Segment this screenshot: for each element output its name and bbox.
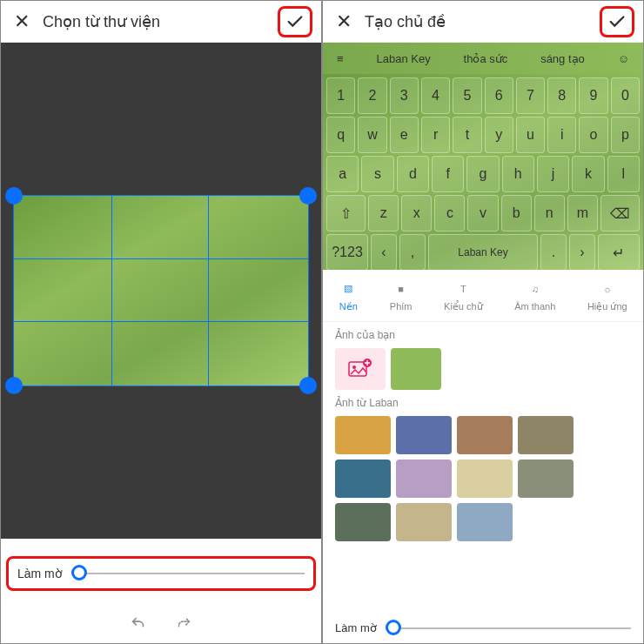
svg-point-1: [352, 366, 356, 369]
menu-icon[interactable]: ≡: [333, 52, 347, 65]
blur-slider[interactable]: [71, 573, 305, 574]
key-comma[interactable]: ,: [399, 234, 426, 271]
tab-label: Hiệu ứng: [587, 301, 627, 312]
key-arrow-left[interactable]: ‹: [371, 234, 397, 271]
tab-Kiểu chữ[interactable]: TKiểu chữ: [444, 279, 483, 312]
key-v[interactable]: v: [467, 195, 498, 231]
tab-Hiệu ứng[interactable]: ☼Hiệu ứng: [587, 279, 627, 312]
blur-label: Làm mờ: [17, 567, 63, 580]
key-n[interactable]: n: [534, 195, 565, 231]
key-k[interactable]: k: [572, 156, 604, 192]
crop-handle-tl[interactable]: [5, 187, 23, 205]
laban-thumb[interactable]: [518, 460, 574, 498]
key-g[interactable]: g: [466, 156, 499, 192]
key-o[interactable]: o: [579, 117, 607, 153]
editor-tabs: ▧Nền■PhímTKiểu chữ♫Âm thanh☼Hiệu ứng: [323, 270, 643, 322]
laban-thumb[interactable]: [335, 460, 391, 498]
confirm-button[interactable]: [278, 6, 312, 37]
key-1[interactable]: 1: [326, 77, 355, 114]
key-h[interactable]: h: [502, 156, 534, 192]
key-2[interactable]: 2: [358, 77, 386, 114]
suggestion-1[interactable]: Laban Key: [372, 52, 433, 65]
key-enter[interactable]: ↵: [598, 234, 640, 271]
blur-slider-thumb[interactable]: [71, 565, 87, 580]
tab-label: Âm thanh: [514, 301, 555, 312]
user-image-thumb[interactable]: [391, 348, 441, 390]
laban-thumb[interactable]: [335, 503, 391, 541]
crop-handle-tr[interactable]: [299, 187, 317, 205]
key-b[interactable]: b: [501, 195, 532, 231]
key-9[interactable]: 9: [579, 77, 607, 114]
laban-thumb[interactable]: [335, 416, 391, 454]
key-y[interactable]: y: [485, 117, 513, 153]
laban-thumb[interactable]: [518, 416, 574, 454]
key-e[interactable]: e: [390, 117, 419, 153]
key-w[interactable]: w: [358, 117, 386, 153]
tab-Phím[interactable]: ■Phím: [390, 279, 413, 312]
laban-thumb[interactable]: [396, 416, 452, 454]
key-x[interactable]: x: [401, 195, 432, 231]
key-3[interactable]: 3: [390, 77, 419, 114]
blur-slider-2[interactable]: [386, 627, 631, 629]
key-symbols[interactable]: ?123: [326, 234, 368, 271]
key-8[interactable]: 8: [547, 77, 576, 114]
tab-Nền[interactable]: ▧Nền: [339, 279, 358, 312]
key-j[interactable]: j: [537, 156, 569, 192]
key-6[interactable]: 6: [485, 77, 513, 114]
key-a[interactable]: a: [326, 156, 359, 192]
tab-label: Nền: [339, 301, 358, 312]
emoji-icon[interactable]: ☺: [614, 52, 633, 65]
blur-slider-row: Làm mờ: [6, 556, 316, 591]
key-d[interactable]: d: [397, 156, 429, 192]
user-images-section: Ảnh của bạn: [323, 322, 643, 390]
add-image-button[interactable]: [335, 348, 386, 390]
tab-icon: T: [453, 279, 473, 299]
key-l[interactable]: l: [607, 156, 640, 192]
right-title: Tạo chủ đề: [365, 12, 633, 31]
check-icon: [285, 12, 305, 31]
key-arrow-right[interactable]: ›: [569, 234, 595, 271]
blur-slider-thumb-2[interactable]: [386, 620, 401, 635]
tab-label: Phím: [390, 301, 413, 312]
close-button[interactable]: ✕: [11, 10, 32, 33]
key-p[interactable]: p: [611, 117, 640, 153]
close-button[interactable]: ✕: [333, 10, 354, 33]
laban-thumb[interactable]: [457, 460, 513, 498]
key-r[interactable]: r: [421, 117, 450, 153]
section-user-label: Ảnh của bạn: [323, 322, 643, 348]
crop-area[interactable]: [1, 43, 321, 539]
key-t[interactable]: t: [453, 117, 481, 153]
key-period[interactable]: .: [540, 234, 567, 271]
key-5[interactable]: 5: [453, 77, 481, 114]
laban-thumb[interactable]: [396, 460, 452, 498]
key-u[interactable]: u: [516, 117, 545, 153]
tab-Âm thanh[interactable]: ♫Âm thanh: [514, 279, 555, 312]
key-q[interactable]: q: [326, 117, 355, 153]
crop-handle-br[interactable]: [299, 377, 317, 394]
tab-icon: ■: [392, 279, 411, 299]
suggestion-2[interactable]: thỏa sức: [460, 52, 512, 65]
key-c[interactable]: c: [434, 195, 465, 231]
key-s[interactable]: s: [361, 156, 393, 192]
left-header: ✕ Chọn từ thư viện: [1, 1, 321, 43]
key-z[interactable]: z: [368, 195, 399, 231]
crop-handle-bl[interactable]: [5, 377, 23, 394]
undo-icon[interactable]: [129, 614, 148, 633]
left-title: Chọn từ thư viện: [43, 12, 311, 31]
crop-box[interactable]: [13, 195, 309, 386]
laban-thumb[interactable]: [457, 416, 513, 454]
key-backspace[interactable]: ⌫: [600, 195, 640, 231]
laban-thumb[interactable]: [457, 503, 513, 541]
laban-thumb[interactable]: [396, 503, 452, 541]
key-f[interactable]: f: [432, 156, 464, 192]
redo-icon[interactable]: [174, 614, 193, 633]
key-i[interactable]: i: [547, 117, 576, 153]
suggestion-3[interactable]: sáng tạo: [537, 52, 588, 65]
confirm-button[interactable]: [600, 6, 634, 37]
key-0[interactable]: 0: [611, 77, 640, 114]
key-m[interactable]: m: [567, 195, 598, 231]
key-space[interactable]: Laban Key: [428, 234, 538, 271]
key-7[interactable]: 7: [516, 77, 545, 114]
key-shift[interactable]: ⇧: [326, 195, 366, 231]
key-4[interactable]: 4: [421, 77, 450, 114]
